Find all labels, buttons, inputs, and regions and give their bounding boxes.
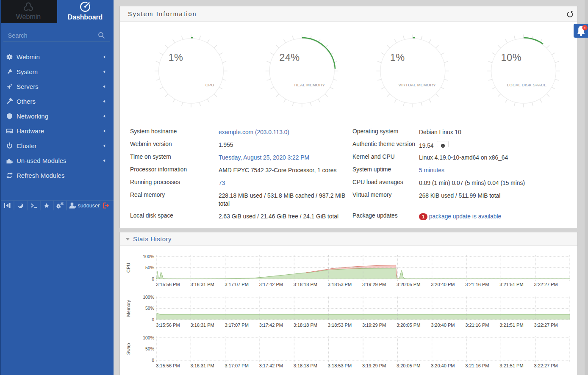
svg-text:Swap: Swap — [126, 343, 131, 355]
svg-text:3:20:05 PM: 3:20:05 PM — [397, 363, 420, 368]
svg-text:3:21:51 PM: 3:21:51 PM — [499, 323, 523, 328]
svg-text:3:17:42 PM: 3:17:42 PM — [259, 282, 283, 287]
svg-text:Hardware: Hardware — [17, 127, 44, 135]
svg-text:3:16:31 PM: 3:16:31 PM — [190, 323, 214, 328]
svg-text:CPU: CPU — [205, 83, 214, 87]
svg-text:3:16:31 PM: 3:16:31 PM — [190, 363, 214, 368]
svg-text:LOCAL DISK SPACE: LOCAL DISK SPACE — [507, 83, 547, 87]
svg-text:3:18:18 PM: 3:18:18 PM — [294, 282, 317, 287]
svg-text:Servers: Servers — [17, 83, 39, 90]
svg-text:3:22:27 PM: 3:22:27 PM — [534, 282, 557, 287]
svg-text:0: 0 — [152, 317, 154, 322]
svg-text:24%: 24% — [279, 52, 300, 63]
svg-text:3:19:29 PM: 3:19:29 PM — [362, 282, 386, 287]
svg-text:3:15:56 PM: 3:15:56 PM — [156, 323, 180, 328]
svg-text:3:20:40 PM: 3:20:40 PM — [431, 363, 455, 368]
svg-text:REAL MEMORY: REAL MEMORY — [294, 83, 325, 87]
svg-text:Networking: Networking — [17, 113, 48, 120]
svg-text:Memory: Memory — [126, 300, 131, 317]
svg-text:3:21:51 PM: 3:21:51 PM — [499, 363, 523, 368]
svg-text:Webmin: Webmin — [17, 53, 40, 61]
svg-text:sudouser: sudouser — [78, 203, 100, 209]
svg-text:3:22:27 PM: 3:22:27 PM — [534, 323, 557, 328]
svg-text:3:18:18 PM: 3:18:18 PM — [294, 363, 317, 368]
svg-text:3:19:29 PM: 3:19:29 PM — [362, 323, 386, 328]
svg-text:3:18:53 PM: 3:18:53 PM — [328, 323, 352, 328]
svg-text:1%: 1% — [390, 52, 405, 63]
svg-text:3:21:51 PM: 3:21:51 PM — [499, 282, 523, 287]
svg-text:10%: 10% — [501, 52, 522, 63]
svg-text:50%: 50% — [145, 306, 154, 311]
svg-text:3:20:05 PM: 3:20:05 PM — [397, 323, 420, 328]
svg-text:3:19:29 PM: 3:19:29 PM — [362, 363, 386, 368]
svg-text:3:20:40 PM: 3:20:40 PM — [431, 282, 455, 287]
svg-text:CPU: CPU — [126, 263, 131, 273]
svg-text:100%: 100% — [143, 295, 154, 300]
svg-text:3:17:42 PM: 3:17:42 PM — [259, 363, 283, 368]
svg-text:3:22:27 PM: 3:22:27 PM — [534, 363, 557, 368]
svg-text:VIRTUAL MEMORY: VIRTUAL MEMORY — [398, 83, 436, 87]
svg-text:3:15:56 PM: 3:15:56 PM — [156, 282, 180, 287]
svg-text:50%: 50% — [145, 346, 154, 351]
svg-text:3:18:18 PM: 3:18:18 PM — [294, 323, 317, 328]
svg-text:3:17:07 PM: 3:17:07 PM — [225, 323, 249, 328]
svg-text:1%: 1% — [169, 52, 183, 63]
svg-text:3:18:53 PM: 3:18:53 PM — [328, 363, 352, 368]
svg-text:System: System — [17, 68, 38, 75]
svg-text:0: 0 — [152, 276, 154, 281]
svg-text:100%: 100% — [143, 335, 154, 340]
svg-text:Dashboard: Dashboard — [68, 14, 103, 21]
svg-text:3:21:16 PM: 3:21:16 PM — [465, 363, 489, 368]
svg-text:3:21:16 PM: 3:21:16 PM — [465, 323, 489, 328]
svg-text:100%: 100% — [143, 254, 154, 259]
svg-text:3:18:53 PM: 3:18:53 PM — [328, 282, 352, 287]
svg-text:0: 0 — [152, 358, 154, 363]
svg-text:3:17:07 PM: 3:17:07 PM — [225, 282, 249, 287]
svg-text:3:17:07 PM: 3:17:07 PM — [225, 363, 249, 368]
svg-text:1: 1 — [584, 26, 586, 30]
svg-text:3:21:16 PM: 3:21:16 PM — [465, 282, 489, 287]
svg-text:Refresh Modules: Refresh Modules — [17, 172, 64, 179]
svg-text:3:15:56 PM: 3:15:56 PM — [156, 363, 180, 368]
svg-text:Cluster: Cluster — [17, 142, 37, 149]
svg-text:Search: Search — [8, 32, 28, 39]
svg-text:3:20:40 PM: 3:20:40 PM — [431, 323, 455, 328]
svg-text:3:20:05 PM: 3:20:05 PM — [397, 282, 420, 287]
svg-text:Un-used Modules: Un-used Modules — [17, 157, 67, 164]
svg-text:Others: Others — [17, 98, 36, 105]
svg-text:3:16:31 PM: 3:16:31 PM — [190, 282, 214, 287]
svg-text:50%: 50% — [145, 265, 154, 270]
svg-text:Webmin: Webmin — [16, 13, 41, 20]
svg-text:3:17:42 PM: 3:17:42 PM — [259, 323, 283, 328]
